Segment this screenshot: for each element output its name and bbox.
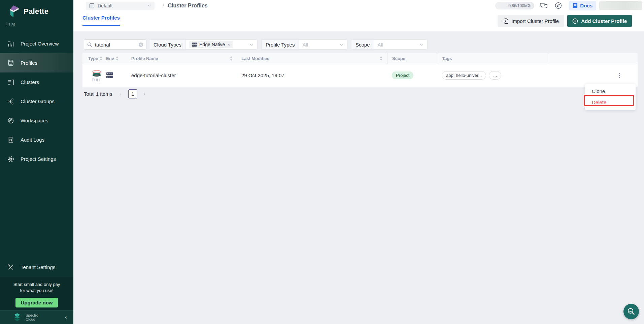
promo-text-line2: for what you use! (0, 288, 73, 294)
cloud-types-filter[interactable]: Cloud Types Edge Native × (149, 39, 258, 50)
pagination-total: Total 1 items (84, 91, 112, 97)
breadcrumb-separator: / (163, 3, 164, 9)
breadcrumb-current: Cluster Profiles (168, 3, 207, 9)
cluster-groups-network-icon (7, 98, 14, 105)
tools-icon (7, 264, 14, 271)
palette-logo-icon (8, 5, 20, 18)
sidebar-item-label: Workspaces (21, 118, 48, 123)
chevron-down-icon (249, 43, 254, 46)
project-selector[interactable]: Default (86, 2, 155, 10)
feedback-button[interactable] (540, 2, 548, 9)
column-label: Profile Name (131, 56, 158, 61)
magnifier-smile-icon (627, 307, 636, 316)
scope-filter-value: All (378, 42, 417, 48)
table-row[interactable]: FULL edge-tutorial-cluster 29 Oct 2025, … (82, 64, 638, 87)
chat-bubbles-icon (540, 2, 548, 9)
search-box (84, 39, 146, 50)
profile-types-label: Profile Types (262, 40, 299, 49)
import-button-label: Import Cluster Profile (511, 18, 559, 24)
context-menu-delete[interactable]: Delete (585, 97, 636, 108)
scope-filter[interactable]: Scope All (351, 39, 428, 50)
cloud-types-value: Edge Native × (186, 41, 257, 48)
column-label: Env (106, 56, 114, 61)
spectro-label-line2: Cloud (26, 317, 35, 321)
sidebar-item-label: Project Overview (21, 41, 59, 47)
sidebar-item-label: Project Settings (21, 156, 56, 162)
pagination-next-icon[interactable]: › (143, 91, 145, 97)
sidebar-item-cluster-groups[interactable]: Cluster Groups (0, 92, 73, 111)
sidebar-item-label: Profiles (21, 60, 37, 66)
row-context-menu: Clone Delete (585, 84, 636, 110)
column-header-last-modified[interactable]: Last Modified (237, 53, 387, 64)
profiles-stack-icon (7, 59, 14, 67)
profiles-table: Type Env Profile Name Last Modified (82, 53, 638, 87)
spectro-cloud-logo-icon (12, 313, 22, 322)
tab-cluster-profiles[interactable]: Cluster Profiles (82, 15, 120, 26)
project-selector-value: Default (98, 3, 144, 8)
pagination-page-1[interactable]: 1 (128, 89, 137, 98)
promo-text-line1: Start small and only pay (0, 282, 73, 288)
column-label: Tags (442, 56, 452, 61)
sidebar-item-tenant-settings[interactable]: Tenant Settings (0, 258, 73, 277)
import-icon (503, 18, 508, 24)
sort-icon (380, 56, 382, 61)
cell-actions (549, 71, 638, 80)
column-header-type[interactable]: Type (82, 53, 106, 64)
column-label: Type (88, 56, 98, 61)
chevron-down-icon (147, 4, 151, 7)
workspaces-target-icon (7, 117, 14, 124)
pagination: Total 1 items ‹ 1 › (84, 89, 145, 98)
column-header-env[interactable]: Env (106, 53, 126, 64)
app-window: Palette 4.7.29 Project Overview Profiles (0, 0, 644, 324)
profile-name-link[interactable]: edge-tutorial-cluster (126, 72, 237, 78)
docs-button[interactable]: Docs (569, 1, 596, 10)
chevron-down-icon (419, 43, 424, 46)
profile-types-filter[interactable]: Profile Types All (261, 39, 348, 50)
sidebar-item-project-overview[interactable]: Project Overview (0, 34, 73, 53)
explore-button[interactable] (554, 2, 562, 9)
clear-search-icon[interactable] (138, 42, 143, 47)
sidebar-item-label: Audit Logs (21, 137, 44, 143)
sidebar-item-profiles[interactable]: Profiles (0, 53, 73, 72)
import-cluster-profile-button[interactable]: Import Cluster Profile (498, 15, 564, 27)
column-header-scope: Scope (387, 53, 438, 64)
clusters-list-icon (7, 79, 14, 86)
sidebar-item-project-settings[interactable]: Project Settings (0, 149, 73, 169)
upgrade-now-button[interactable]: Upgrade now (15, 298, 58, 307)
search-input[interactable] (95, 42, 138, 48)
context-menu-clone[interactable]: Clone (585, 86, 636, 97)
profile-types-value: All (302, 42, 337, 48)
tag-pill[interactable]: app: hello-univer... (442, 71, 486, 80)
account-chip-redacted[interactable] (599, 1, 642, 10)
sidebar-item-label: Cluster Groups (21, 98, 55, 104)
cell-scope: Project (387, 71, 438, 79)
sidebar-item-workspaces[interactable]: Workspaces (0, 111, 73, 130)
add-cluster-profile-button[interactable]: Add Cluster Profile (567, 15, 632, 27)
filter-bar: Cloud Types Edge Native × (84, 39, 428, 50)
row-actions-menu-button[interactable] (617, 71, 621, 80)
server-stack-icon (192, 42, 197, 47)
cell-env (106, 72, 126, 79)
tag-overflow-pill[interactable]: ... (489, 71, 501, 80)
sidebar: Palette 4.7.29 Project Overview Profiles (0, 0, 73, 324)
spectro-cloud-brand: Spectro Cloud (12, 313, 63, 322)
sort-icon (116, 56, 118, 61)
column-label: Scope (392, 56, 405, 61)
remove-tag-icon[interactable]: × (227, 42, 230, 47)
search-icon (87, 42, 92, 47)
usage-meter-badge: 0.86/100kCh (495, 2, 534, 9)
sidebar-item-audit-logs[interactable]: Audit Logs (0, 130, 73, 149)
main-area: Default / Cluster Profiles 0.86/100kCh (73, 0, 644, 324)
cloud-types-label: Cloud Types (149, 40, 186, 49)
cell-last-modified: 29 Oct 2025, 19:07 (237, 72, 387, 78)
add-button-label: Add Cluster Profile (581, 18, 627, 24)
full-profile-stack-icon (92, 69, 102, 77)
help-search-fab[interactable] (623, 304, 639, 319)
edge-native-tag: Edge Native × (189, 41, 233, 48)
sidebar-item-clusters[interactable]: Clusters (0, 72, 73, 92)
sidebar-collapse-chevron-icon[interactable]: ‹ (63, 314, 69, 321)
column-header-profile-name[interactable]: Profile Name (126, 53, 237, 64)
sort-icon (100, 56, 102, 61)
scope-filter-label: Scope (351, 40, 374, 49)
pagination-prev-icon[interactable]: ‹ (120, 91, 122, 97)
